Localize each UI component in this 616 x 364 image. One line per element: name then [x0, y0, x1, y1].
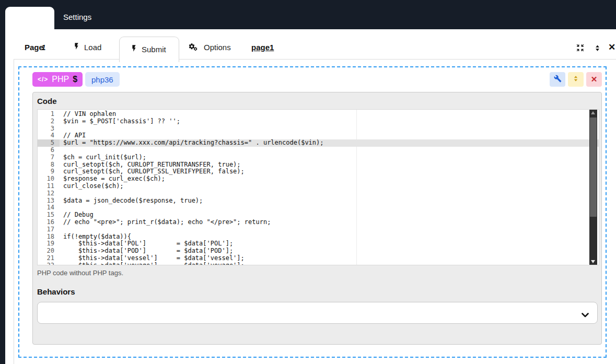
- code-line-text: // VIN ophalen: [60, 111, 116, 118]
- line-number: 7: [38, 154, 60, 161]
- code-line[interactable]: 13$data = json_decode($response, true);: [38, 197, 599, 205]
- code-line-text: $this->data['voyage'] = $data['voyage'];: [60, 262, 245, 265]
- window-tab-settings[interactable]: Settings: [63, 13, 91, 21]
- line-number: 10: [38, 175, 60, 183]
- code-line[interactable]: 4// API: [38, 132, 599, 139]
- line-number: 4: [38, 132, 60, 139]
- code-line[interactable]: 11curl_close($ch);: [38, 183, 599, 190]
- collapse-icon[interactable]: [576, 43, 585, 54]
- code-line-text: [60, 204, 63, 212]
- line-number: 22: [38, 262, 60, 265]
- code-line-text: $this->data['POL'] = $data['POL'];: [60, 240, 233, 248]
- delete-x-icon: ✕: [591, 75, 598, 84]
- code-editor-lines: 1// VIN ophalen2$vin = $_POST['chassis']…: [38, 111, 599, 265]
- line-number: 5: [38, 139, 60, 147]
- chevron-down-icon: [582, 310, 589, 320]
- options-tab[interactable]: Options: [204, 43, 231, 52]
- content-left-border: [14, 59, 14, 364]
- code-line[interactable]: 8curl_setopt($ch, CURLOPT_RETURNTRANSFER…: [38, 161, 599, 169]
- top-tab-bar: Settings: [0, 0, 616, 29]
- code-line[interactable]: 12: [38, 190, 599, 197]
- lightning-bolt-icon: [130, 44, 138, 55]
- load-tab[interactable]: Load: [84, 43, 101, 52]
- code-line-text: $vin = $_POST['chassis'] ?? '';: [60, 118, 180, 125]
- code-line-text: // Debug: [60, 212, 94, 219]
- widget-name-chip[interactable]: php36: [85, 72, 120, 87]
- code-line-text: $data = json_decode($response, true);: [60, 197, 203, 205]
- reorder-icon[interactable]: [594, 44, 601, 54]
- code-line-text: $url = "https://www.xxx.com/api/tracking…: [60, 139, 324, 147]
- line-number: 2: [38, 118, 60, 125]
- code-line[interactable]: 14: [38, 204, 599, 212]
- move-widget-button[interactable]: [568, 72, 584, 87]
- page-label: Page: [25, 43, 43, 52]
- code-section-label: Code: [37, 97, 57, 105]
- code-line[interactable]: 22 $this->data['voyage'] = $data['voyage…: [38, 262, 599, 265]
- code-line[interactable]: 6: [38, 147, 599, 154]
- toolbar-divider: [14, 59, 616, 60]
- code-line[interactable]: 15// Debug: [38, 212, 599, 219]
- php-type-label: PHP: [52, 75, 69, 84]
- code-line[interactable]: 7$ch = curl_init($url);: [38, 154, 599, 161]
- code-line-text: $response = curl_exec($ch);: [60, 175, 165, 183]
- line-number: 13: [38, 197, 60, 205]
- up-down-arrows-icon: [572, 75, 579, 84]
- code-line[interactable]: 18if(!empty($data)){: [38, 233, 599, 241]
- code-line[interactable]: 20 $this->data['POD'] = $data['POD'];: [38, 248, 599, 255]
- configure-button[interactable]: [550, 72, 565, 87]
- behaviors-select[interactable]: [37, 302, 598, 324]
- code-line[interactable]: 19 $this->data['POL'] = $data['POL'];: [38, 240, 599, 248]
- code-line[interactable]: 17: [38, 226, 599, 233]
- code-line-text: curl_setopt($ch, CURLOPT_RETURNTRANSFER,…: [60, 161, 241, 169]
- php-type-badge[interactable]: </> PHP $: [32, 72, 83, 87]
- code-line[interactable]: 5$url = "https://www.xxx.com/api/trackin…: [38, 139, 599, 147]
- code-line-text: [60, 190, 63, 197]
- code-line[interactable]: 10$response = curl_exec($ch);: [38, 175, 599, 183]
- php-widget-panel[interactable]: </> PHP $ php36 ✕ Code 1// VIN ophalen2$…: [18, 66, 607, 358]
- behaviors-section-label: Behaviors: [37, 287, 75, 296]
- code-line-text: [60, 147, 63, 154]
- line-number: 11: [38, 183, 60, 190]
- code-line[interactable]: 1// VIN ophalen: [38, 111, 599, 118]
- code-line[interactable]: 3: [38, 125, 599, 133]
- close-icon[interactable]: ✕: [608, 42, 615, 53]
- code-line-text: // API: [60, 132, 86, 139]
- code-line-text: curl_setopt($ch, CURLOPT_SSL_VERIFYPEER,…: [60, 168, 245, 175]
- submit-tab-label: Submit: [142, 45, 166, 54]
- delete-widget-button[interactable]: ✕: [586, 72, 602, 87]
- code-line-text: [60, 125, 63, 133]
- page-number-field[interactable]: 1: [41, 43, 45, 52]
- line-number: 18: [38, 233, 60, 241]
- line-number: 12: [38, 190, 60, 197]
- code-editor[interactable]: 1// VIN ophalen2$vin = $_POST['chassis']…: [37, 109, 599, 265]
- code-line[interactable]: 2$vin = $_POST['chassis'] ?? '';: [38, 118, 599, 125]
- page1-link[interactable]: page1: [251, 43, 274, 52]
- line-number: 21: [38, 255, 60, 262]
- code-line[interactable]: 9curl_setopt($ch, CURLOPT_SSL_VERIFYPEER…: [38, 168, 599, 175]
- line-number: 8: [38, 161, 60, 169]
- code-line-text: [60, 226, 63, 233]
- line-number: 16: [38, 219, 60, 226]
- dollar-icon: $: [73, 75, 77, 84]
- code-line[interactable]: 16// echo "<pre>"; print_r($data); echo …: [38, 219, 599, 226]
- scroll-up-icon[interactable]: [591, 111, 595, 114]
- code-line-text: if(!empty($data)){: [60, 233, 131, 241]
- code-line-text: $this->data['POD'] = $data['POD'];: [60, 248, 233, 255]
- wrench-icon: [554, 75, 562, 84]
- gears-icon: [188, 43, 199, 54]
- page: Settings Page 1 Load Submit Options page…: [0, 0, 616, 364]
- line-number: 15: [38, 212, 60, 219]
- window-tab-active[interactable]: [5, 7, 54, 29]
- line-number: 20: [38, 248, 60, 255]
- line-number: 1: [38, 111, 60, 118]
- code-line-text: $ch = curl_init($url);: [60, 154, 146, 161]
- code-line-text: $this->data['vessel'] = $data['vessel'];: [60, 255, 245, 262]
- line-number: 19: [38, 240, 60, 248]
- submit-tab[interactable]: Submit: [119, 37, 179, 62]
- scrollbar-thumb[interactable]: [590, 118, 597, 217]
- code-line[interactable]: 21 $this->data['vessel'] = $data['vessel…: [38, 255, 599, 262]
- scroll-down-icon[interactable]: [591, 260, 595, 263]
- line-number: 14: [38, 204, 60, 212]
- editor-scrollbar[interactable]: [589, 110, 597, 265]
- code-line-text: curl_close($ch);: [60, 183, 124, 190]
